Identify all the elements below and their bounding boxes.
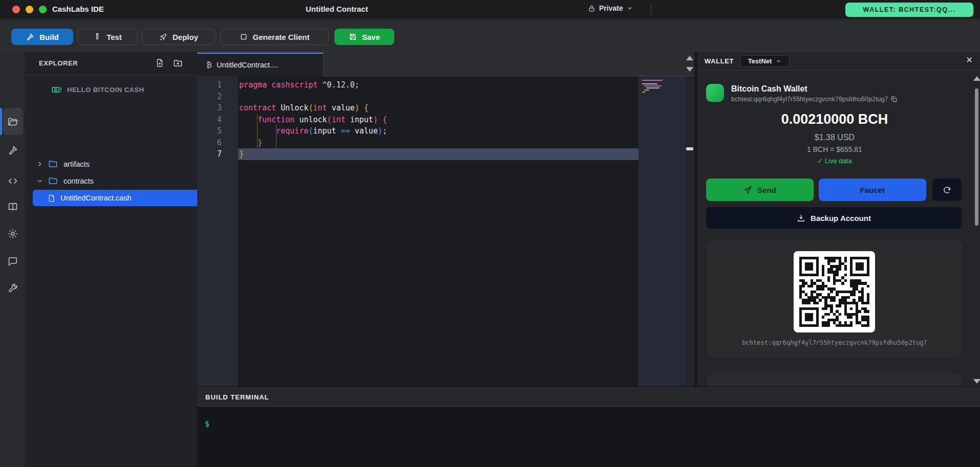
minimap[interactable] bbox=[638, 76, 685, 386]
terminal-prompt: $ bbox=[205, 419, 209, 429]
file-row-selected[interactable]: UntitledContract.cash bbox=[33, 190, 220, 206]
folder-row-contracts[interactable]: contracts bbox=[25, 172, 197, 189]
deploy-button[interactable]: Deploy bbox=[142, 29, 215, 45]
document-title: Untitled Contract bbox=[306, 5, 368, 13]
minimap-line bbox=[642, 92, 645, 93]
sidebar-item-build[interactable] bbox=[3, 140, 23, 161]
qr-card: bchtest:qqr6qhgf4yl7r55htyeczgvcnk79psfd… bbox=[707, 240, 963, 357]
project-root[interactable]: HELLO BITCOIN CASH bbox=[25, 81, 197, 98]
close-window-button[interactable] bbox=[12, 6, 20, 13]
project-name: HELLO BITCOIN CASH bbox=[67, 86, 144, 94]
app-title: CashLabs IDE bbox=[52, 5, 104, 13]
check-icon: ✓ bbox=[817, 157, 823, 165]
minimap-line bbox=[646, 87, 659, 88]
privacy-label: Private bbox=[599, 4, 623, 12]
sidebar-item-explorer[interactable] bbox=[3, 108, 23, 135]
explorer-header: EXPLORER bbox=[25, 52, 197, 76]
sidebar-item-code[interactable] bbox=[3, 171, 23, 191]
close-icon[interactable]: ✕ bbox=[966, 56, 973, 64]
save-button[interactable]: Save bbox=[334, 29, 394, 45]
explorer-panel: EXPLORER HELLO BITCOIN CASH artifacts co… bbox=[25, 52, 197, 467]
wallet-scrollbar-thumb[interactable] bbox=[975, 88, 978, 226]
folder-open-icon bbox=[7, 116, 18, 127]
hammer-icon bbox=[26, 33, 34, 41]
tab-untitled-contract[interactable]: ₿ UntitledContract.... bbox=[197, 53, 324, 76]
new-folder-icon[interactable] bbox=[173, 58, 183, 68]
build-terminal: BUILD TERMINAL $ bbox=[197, 386, 980, 467]
wallet-scrollbar[interactable] bbox=[975, 72, 978, 386]
wallet-header: WALLET TestNet ✕ bbox=[697, 52, 980, 71]
editor-scrollbar[interactable] bbox=[685, 76, 694, 386]
copy-icon[interactable] bbox=[890, 96, 898, 103]
network-value: TestNet bbox=[748, 57, 772, 65]
minimap-line bbox=[644, 90, 649, 91]
hammer-icon bbox=[7, 145, 18, 156]
folder-name: artifacts bbox=[63, 160, 90, 168]
generate-client-label: Generate Client bbox=[253, 33, 310, 41]
square-icon bbox=[240, 33, 248, 41]
scroll-down-arrow[interactable] bbox=[973, 379, 980, 384]
wallet-name: Bitcoin Cash Wallet bbox=[731, 84, 807, 94]
titlebar-divider bbox=[651, 5, 651, 15]
scroll-down-arrow[interactable] bbox=[686, 67, 693, 73]
privacy-dropdown[interactable]: Private bbox=[588, 4, 633, 12]
network-select[interactable]: TestNet bbox=[740, 55, 790, 67]
faucet-button[interactable]: Faucet bbox=[819, 179, 926, 201]
minimap-line bbox=[642, 83, 657, 84]
new-file-icon[interactable] bbox=[155, 58, 164, 68]
gear-icon bbox=[7, 228, 18, 239]
backup-account-button[interactable]: Backup Account bbox=[706, 207, 962, 229]
editor-region: ₿ UntitledContract.... 1234567 pragma ca… bbox=[197, 52, 694, 386]
refresh-button[interactable] bbox=[932, 179, 962, 201]
paper-plane-icon bbox=[743, 186, 752, 194]
sidebar-item-chat[interactable] bbox=[3, 251, 23, 272]
test-tube-icon bbox=[93, 33, 101, 41]
book-icon bbox=[7, 201, 18, 212]
build-button[interactable]: Build bbox=[11, 29, 73, 45]
scroll-up-arrow[interactable] bbox=[686, 56, 693, 61]
terminal-body[interactable]: $ bbox=[197, 407, 980, 467]
wallet-panel: WALLET TestNet ✕ Bitcoin Cash Wallet bch… bbox=[697, 52, 980, 386]
wallet-avatar bbox=[706, 84, 724, 102]
editor-scrollbar-thumb[interactable] bbox=[686, 147, 693, 150]
send-button[interactable]: Send bbox=[706, 179, 814, 201]
sidebar-item-settings[interactable] bbox=[3, 224, 23, 244]
folder-row-artifacts[interactable]: artifacts bbox=[25, 155, 197, 172]
code-editor[interactable]: pragma cashscript ^0.12.0;contract Unloc… bbox=[238, 76, 638, 386]
maximize-window-button[interactable] bbox=[39, 6, 47, 13]
cash-icon bbox=[38, 84, 62, 95]
generate-client-button[interactable]: Generate Client bbox=[220, 29, 329, 45]
sidebar-item-tools[interactable] bbox=[3, 278, 23, 299]
chevron-down-icon bbox=[776, 58, 781, 64]
terminal-header[interactable]: BUILD TERMINAL bbox=[197, 386, 980, 407]
live-data-label: Live data bbox=[825, 157, 852, 165]
test-button[interactable]: Test bbox=[77, 29, 138, 45]
wallet-address: bchtest:qqr6qhgf4yl7r55htyeczgvcnk79psfd… bbox=[731, 96, 888, 103]
rocket-icon bbox=[159, 33, 167, 41]
window-controls bbox=[12, 6, 47, 13]
minimap-line bbox=[642, 80, 663, 81]
balance-usd: $1.38 USD bbox=[697, 133, 972, 142]
code-icon bbox=[7, 175, 18, 187]
exchange-rate: 1 BCH = $655.81 bbox=[697, 145, 972, 153]
minimap-line bbox=[644, 85, 662, 86]
code-lines: pragma cashscript ^0.12.0;contract Unloc… bbox=[238, 79, 638, 160]
terminal-title: BUILD TERMINAL bbox=[205, 393, 269, 401]
sidebar-item-docs[interactable] bbox=[3, 196, 23, 217]
minimize-window-button[interactable] bbox=[26, 6, 33, 13]
scroll-up-arrow[interactable] bbox=[973, 76, 980, 81]
floppy-icon bbox=[349, 33, 357, 41]
chevron-down-icon bbox=[36, 177, 44, 184]
folder-name: contracts bbox=[63, 177, 94, 185]
wallet-address-row: bchtest:qqr6qhgf4yl7r55htyeczgvcnk79psfd… bbox=[731, 96, 898, 103]
refresh-icon bbox=[943, 186, 951, 194]
build-label: Build bbox=[39, 33, 59, 41]
toolbar: Build Test Deploy Generate Client Save bbox=[0, 20, 980, 52]
file-icon bbox=[47, 194, 56, 203]
test-label: Test bbox=[106, 33, 122, 41]
balance-bch: 0.00210000 BCH bbox=[697, 112, 972, 127]
chevron-right-icon bbox=[36, 161, 44, 167]
title-bar: CashLabs IDE Untitled Contract Private W… bbox=[0, 0, 980, 19]
folder-icon bbox=[48, 176, 58, 186]
wallet-address-badge[interactable]: WALLET: BCHTEST:QQ... bbox=[845, 3, 973, 17]
